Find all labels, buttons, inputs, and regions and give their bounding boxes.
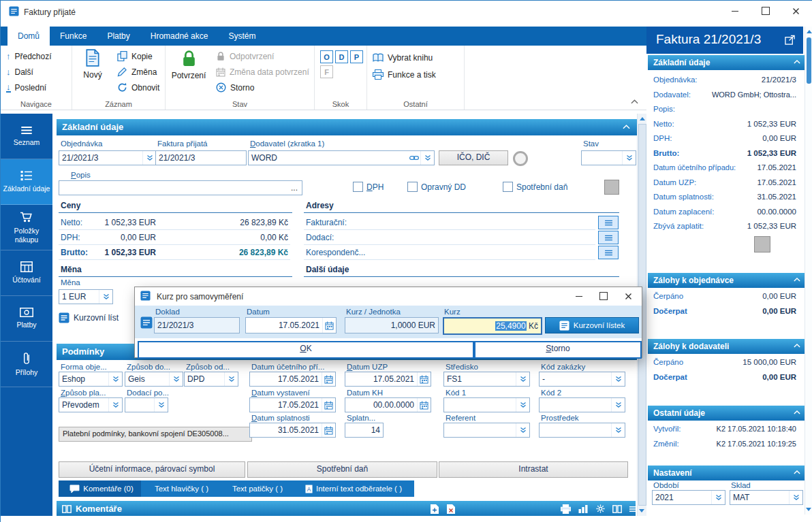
- scroll-down-icon[interactable]: [639, 509, 644, 512]
- chevron-down-icon[interactable]: [99, 290, 112, 304]
- panel-section-nastaveni[interactable]: Nastavení: [648, 466, 807, 480]
- tab-hromadne-akce[interactable]: Hromadné akce: [140, 27, 219, 46]
- tab-funkce[interactable]: Funkce: [50, 27, 97, 46]
- popis-field[interactable]: ...: [59, 180, 302, 195]
- sklad-combo[interactable]: MAT: [730, 490, 803, 505]
- confirm-button[interactable]: Potvrzení: [168, 49, 209, 80]
- jump-f-button[interactable]: F: [320, 65, 333, 78]
- collapse-icon[interactable]: [794, 278, 800, 282]
- panel-section-zalohy-dodavateli[interactable]: Zálohy k dodavateli: [648, 339, 807, 354]
- chevron-down-icon[interactable]: [420, 151, 434, 165]
- panel-section-zakladni[interactable]: Základní údaje: [648, 55, 807, 70]
- stredisko-combo[interactable]: FS1: [443, 372, 530, 387]
- last-button[interactable]: ↓Poslední: [1, 80, 72, 95]
- document-delete-icon[interactable]: [446, 504, 456, 515]
- spotrebni-dan-button[interactable]: Spotřební daň: [247, 461, 437, 478]
- obdobi-combo[interactable]: 2021: [652, 490, 725, 505]
- chevron-down-icon[interactable]: [516, 372, 529, 386]
- document-add-icon[interactable]: [430, 504, 439, 515]
- tab-platby[interactable]: Platby: [97, 27, 140, 46]
- tab-interni-text[interactable]: Interní text odběratele ( ): [293, 480, 414, 497]
- panel-section-zalohy-objednavce[interactable]: Zálohy k objednávce: [648, 273, 807, 288]
- forma-objednavky-combo[interactable]: Eshop: [59, 372, 123, 387]
- printer-icon[interactable]: [561, 504, 571, 514]
- scrollbar-thumb[interactable]: [807, 37, 811, 84]
- copy-button[interactable]: Kopie: [112, 48, 165, 64]
- scroll-down-icon[interactable]: [806, 508, 811, 511]
- scroll-up-icon[interactable]: [640, 117, 645, 120]
- section-header-komentare[interactable]: Komentáře: [57, 501, 636, 516]
- chevron-down-icon[interactable]: [611, 423, 625, 437]
- spotrebni-dan-checkbox[interactable]: Spotřební daň: [503, 182, 567, 192]
- tab-system[interactable]: Systém: [218, 27, 266, 46]
- ribbon-collapse-icon[interactable]: [631, 99, 638, 104]
- calendar-icon[interactable]: [322, 372, 335, 386]
- chevron-down-icon[interactable]: [108, 398, 122, 412]
- open-in-window-icon[interactable]: [785, 35, 795, 45]
- sidebar-item-seznam[interactable]: Seznam: [1, 114, 52, 159]
- chevron-down-icon[interactable]: [622, 151, 636, 165]
- dodavatel-combo[interactable]: WORD: [248, 150, 435, 165]
- chevron-down-icon[interactable]: [611, 398, 625, 412]
- kod1-combo[interactable]: [443, 397, 530, 412]
- collapse-icon[interactable]: [794, 410, 800, 414]
- calendar-icon[interactable]: [417, 372, 431, 386]
- chevron-down-icon[interactable]: [711, 491, 725, 504]
- select-book-button[interactable]: Vybrat knihu: [367, 50, 464, 65]
- calendar-icon[interactable]: [322, 423, 335, 437]
- collapse-icon[interactable]: [623, 125, 630, 129]
- platebni-podminky-box[interactable]: Platební podmínky, bankovní spojení DE30…: [59, 427, 252, 442]
- ico-dic-button[interactable]: IČO, DIČ: [439, 150, 508, 165]
- maximize-icon[interactable]: [750, 1, 781, 21]
- datum-uzp-field[interactable]: 17.05.2021: [345, 372, 431, 387]
- dph-checkbox[interactable]: DPH: [353, 182, 384, 192]
- tab-komentare[interactable]: Komentáře (0): [59, 480, 144, 497]
- storno-button[interactable]: Storno: [474, 341, 642, 359]
- kod-zakazky-combo[interactable]: -: [539, 372, 625, 387]
- splatnost-field[interactable]: 14: [345, 423, 384, 438]
- section-header-zakladni-udaje[interactable]: Základní údaje: [57, 119, 637, 135]
- panel-section-ostatni-udaje[interactable]: Ostatní údaje: [648, 406, 807, 421]
- chevron-down-icon[interactable]: [516, 398, 529, 412]
- bar-chart-icon[interactable]: [578, 505, 588, 513]
- link-icon[interactable]: [407, 151, 420, 165]
- gear-icon[interactable]: [596, 504, 605, 513]
- close-icon[interactable]: [616, 287, 640, 305]
- maximize-icon[interactable]: [591, 287, 616, 305]
- kod2-combo[interactable]: [539, 397, 625, 412]
- sidebar-item-zakladni-udaje[interactable]: Základní údaje: [1, 159, 52, 205]
- referent-combo[interactable]: [443, 423, 530, 438]
- chevron-down-icon[interactable]: [516, 423, 529, 437]
- sidebar-item-uctovani[interactable]: Účtování: [1, 250, 52, 296]
- previous-button[interactable]: ↑Předchozí: [1, 48, 72, 64]
- tab-text-hlavicky[interactable]: Text hlavičky ( ): [141, 480, 222, 497]
- address-menu-icon[interactable]: [598, 216, 619, 229]
- opravny-dd-checkbox[interactable]: Opravný DD: [407, 182, 466, 192]
- chevron-down-icon[interactable]: [611, 372, 625, 386]
- objednavka-combo[interactable]: 21/2021/3: [59, 150, 157, 165]
- address-menu-icon[interactable]: [598, 231, 619, 244]
- datum-kh-field[interactable]: 00.00.0000: [345, 397, 431, 412]
- ucetni-informace-button[interactable]: Účetní informace, párovací symbol: [59, 461, 245, 478]
- jump-d-button[interactable]: D: [335, 50, 348, 63]
- datum-field[interactable]: 17.05.2021: [245, 317, 337, 333]
- chevron-down-icon[interactable]: [169, 372, 183, 386]
- jump-o-button[interactable]: O: [320, 50, 333, 63]
- chevron-down-icon[interactable]: [142, 151, 156, 165]
- calendar-icon[interactable]: [322, 398, 335, 412]
- tab-domu[interactable]: Domů: [7, 27, 50, 46]
- columns-icon[interactable]: [612, 505, 622, 513]
- close-icon[interactable]: [781, 1, 811, 21]
- kurz-field[interactable]: 25,4900 Kč: [443, 317, 542, 335]
- tab-text-paticky[interactable]: Text patičky ( ): [219, 480, 296, 497]
- sidebar-item-platby[interactable]: Platby: [1, 296, 52, 342]
- zpusob-odberu-combo[interactable]: DPD: [184, 372, 238, 387]
- menu-lines-icon[interactable]: [629, 506, 637, 512]
- minimize-icon[interactable]: [719, 1, 750, 21]
- datum-ucetniho-field[interactable]: 17.05.2021: [249, 372, 336, 387]
- ellipsis-button[interactable]: ...: [291, 183, 302, 193]
- calendar-icon[interactable]: [417, 398, 431, 412]
- collapse-icon[interactable]: [794, 344, 800, 348]
- kurzovni-listek-button[interactable]: Kurzovní lístek: [545, 317, 639, 333]
- prostredek-combo[interactable]: [539, 423, 625, 438]
